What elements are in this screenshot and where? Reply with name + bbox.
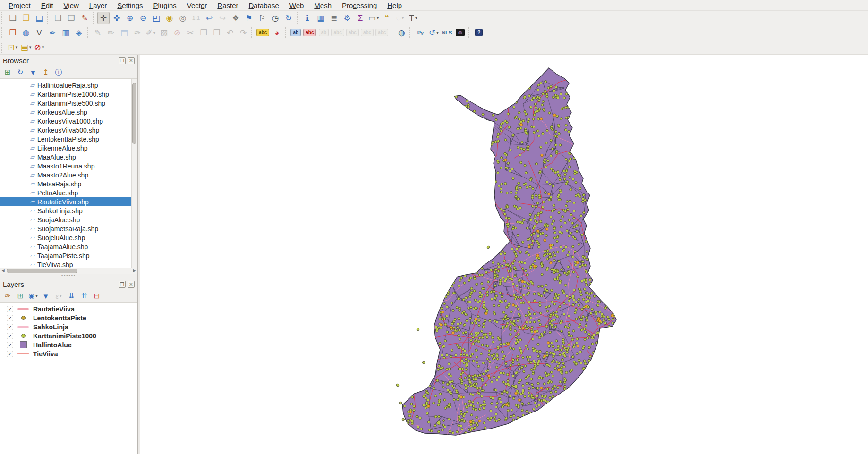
layer-row-lentokenttapiste[interactable]: ✓LentokenttaPiste: [0, 313, 137, 322]
hscroll-right-arrow[interactable]: ▶: [131, 268, 137, 274]
layer-row-tieviiva[interactable]: ✓TieViiva: [0, 349, 137, 358]
browser-item-sahkolinja[interactable]: ▱SahkoLinja.shp: [0, 206, 131, 215]
browser-item-tieviiva[interactable]: ▱TieViiva.shp: [0, 260, 131, 268]
delete-selected-icon[interactable]: ⊘: [171, 26, 183, 39]
paste-features-icon[interactable]: ❒: [211, 26, 223, 39]
show-spatial-bookmarks-icon[interactable]: ⚐: [256, 12, 268, 24]
open-attribute-table-icon[interactable]: ▦: [315, 12, 327, 24]
statistical-summary-icon[interactable]: ≣: [328, 12, 340, 24]
new-project-icon[interactable]: ❏: [7, 12, 19, 24]
zoom-last-icon[interactable]: ↩: [203, 12, 215, 24]
globe-plugin-icon[interactable]: ◍: [454, 26, 466, 39]
style-manager-icon[interactable]: ✎: [78, 12, 91, 24]
identify-features-icon[interactable]: ℹ: [301, 12, 314, 24]
zoom-out-icon[interactable]: ⊖: [137, 12, 149, 24]
show-layout-manager-icon[interactable]: ❒: [65, 12, 77, 24]
filter-legend-icon[interactable]: ▼: [40, 291, 51, 301]
show-hide-labels-icon[interactable]: abc: [360, 26, 374, 39]
browser-horizontal-scrollbar[interactable]: ◀ ▶: [0, 268, 137, 274]
dropdown-arrow-icon[interactable]: ▾: [42, 45, 44, 50]
metasearch-icon[interactable]: ◍: [395, 26, 408, 39]
collapse-all-icon[interactable]: ↥: [40, 67, 51, 77]
layer-row-hallintoalue[interactable]: ✓HallintoAlue: [0, 340, 137, 349]
text-annotation-icon[interactable]: T▾: [407, 12, 419, 24]
browser-vscroll-thumb[interactable]: [132, 83, 136, 144]
filter-by-expression-icon[interactable]: ε▾: [53, 291, 64, 301]
browser-item-maaalue[interactable]: ▱MaaAlue.shp: [0, 152, 131, 161]
layer-row-karttanimipiste1000[interactable]: ✓KarttanimiPiste1000: [0, 331, 137, 340]
browser-item-hallintoalueraja[interactable]: ▱HallintoalueRaja.shp: [0, 81, 131, 90]
annotation-icon[interactable]: ◌▾: [394, 12, 406, 24]
dropdown-arrow-icon[interactable]: ▾: [436, 30, 439, 35]
map-tips-icon[interactable]: ❝: [381, 12, 393, 24]
browser-item-suojaalue[interactable]: ▱SuojaAlue.shp: [0, 215, 131, 224]
map-canvas[interactable]: [140, 55, 868, 454]
open-project-icon[interactable]: ❐: [20, 12, 32, 24]
new-geopackage-layer-icon[interactable]: ◍: [20, 26, 32, 39]
menu-settings[interactable]: Settings: [112, 0, 147, 10]
dropdown-arrow-icon[interactable]: ▾: [377, 16, 379, 20]
cut-features-icon[interactable]: ✂: [184, 26, 196, 39]
remove-layer-icon[interactable]: ⊟: [91, 291, 102, 301]
menu-vector[interactable]: Vector: [182, 0, 212, 10]
layer-row-sahkolinja[interactable]: ✓SahkoLinja: [0, 322, 137, 331]
layer-row-rautatieviiva[interactable]: ✓RautatieViiva: [0, 304, 137, 313]
browser-item-korkeusalue[interactable]: ▱KorkeusAlue.shp: [0, 108, 131, 117]
show-sum-icon[interactable]: Σ: [354, 12, 366, 24]
menu-processing[interactable]: Processing: [337, 0, 382, 10]
menu-layer[interactable]: Layer: [85, 0, 112, 10]
deselect-features-icon[interactable]: ⊘▾: [33, 41, 45, 53]
add-selected-layers-icon[interactable]: ⊞: [2, 67, 13, 77]
browser-item-suojelualue[interactable]: ▱SuojeluAlue.shp: [0, 233, 131, 242]
browser-hscroll-thumb[interactable]: [7, 269, 77, 273]
browser-item-rautatieviiva[interactable]: ▱RautatieViiva.shp: [0, 197, 131, 206]
dock-splitter-handle[interactable]: ••••••: [0, 274, 137, 278]
current-edits-icon[interactable]: ✎: [92, 26, 104, 39]
refresh-map-icon[interactable]: ↻: [282, 12, 295, 24]
temporal-controller-icon[interactable]: ◷: [269, 12, 281, 24]
measure-line-icon[interactable]: ▭▾: [367, 12, 380, 24]
browser-item-suojametsaraja[interactable]: ▱SuojametsaRaja.shp: [0, 224, 131, 233]
pan-map-icon[interactable]: ✛: [97, 12, 110, 24]
menu-plugins[interactable]: Plugins: [149, 0, 181, 10]
zoom-to-selection-icon[interactable]: ◉: [163, 12, 176, 24]
layer-visibility-checkbox[interactable]: ✓: [7, 324, 13, 330]
properties-widget-icon[interactable]: ⓘ: [53, 67, 64, 77]
zoom-full-extent-icon[interactable]: ◰: [150, 12, 162, 24]
layer-visibility-checkbox[interactable]: ✓: [7, 315, 13, 321]
new-spatial-bookmark-icon[interactable]: ⚑: [243, 12, 255, 24]
pin-labels-icon[interactable]: ab: [289, 26, 302, 39]
browser-item-karttanimipiste1000[interactable]: ▱KarttanimiPiste1000.shp: [0, 90, 131, 99]
collapse-all-layers-icon[interactable]: ⇈: [78, 291, 90, 301]
dropdown-arrow-icon[interactable]: ▾: [35, 294, 38, 298]
layers-float-button[interactable]: ❐: [119, 281, 126, 288]
layer-visibility-checkbox[interactable]: ✓: [7, 351, 13, 357]
digitize-with-segment-icon[interactable]: ✑: [131, 26, 144, 39]
menu-raster[interactable]: Raster: [213, 0, 243, 10]
zoom-native-resolution-icon[interactable]: 1:1: [190, 12, 202, 24]
dropdown-arrow-icon[interactable]: ▾: [29, 45, 32, 50]
menu-mesh[interactable]: Mesh: [309, 0, 336, 10]
undo-icon[interactable]: ↶: [224, 26, 236, 39]
pan-to-selection-icon[interactable]: ✜: [111, 12, 123, 24]
rotate-label-icon[interactable]: abc: [331, 26, 344, 39]
dropdown-arrow-icon[interactable]: ▾: [402, 16, 404, 20]
dropdown-arrow-icon[interactable]: ▾: [16, 45, 18, 50]
highlight-labels-icon[interactable]: abc: [303, 26, 316, 39]
browser-close-button[interactable]: ✕: [128, 57, 135, 64]
new-virtual-layer-icon[interactable]: ◈: [73, 26, 85, 39]
save-project-icon[interactable]: ▤: [33, 12, 45, 24]
add-group-icon[interactable]: ⊞: [15, 291, 26, 301]
zoom-in-icon[interactable]: ⊕: [124, 12, 136, 24]
python-console-icon[interactable]: Py: [414, 26, 426, 39]
plugin-curved-arrow-icon[interactable]: ↺▾: [427, 26, 440, 39]
open-data-source-manager-icon[interactable]: ❒: [7, 26, 19, 39]
browser-item-peltoalue[interactable]: ▱PeltoAlue.shp: [0, 188, 131, 197]
layer-visibility-checkbox[interactable]: ✓: [7, 333, 13, 339]
save-layer-edits-icon[interactable]: ▤: [118, 26, 130, 39]
curved-label-icon[interactable]: abc: [375, 26, 389, 39]
browser-item-korkeusviiva500[interactable]: ▱KorkeusViiva500.shp: [0, 126, 131, 135]
zoom-next-icon[interactable]: ↪: [216, 12, 229, 24]
menu-view[interactable]: View: [59, 0, 84, 10]
browser-item-lentokenttapiste[interactable]: ▱LentokenttaPiste.shp: [0, 135, 131, 143]
